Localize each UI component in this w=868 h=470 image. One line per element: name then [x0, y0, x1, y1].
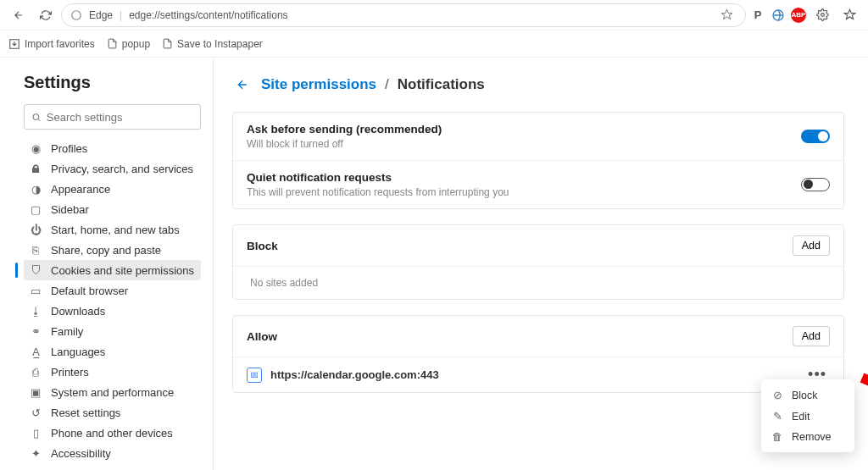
favorites-bar: Import favorites popup Save to Instapape… [0, 30, 868, 58]
extensions-menu-icon[interactable] [810, 3, 834, 27]
option-subtitle: Will block if turned off [247, 138, 801, 150]
extension-globe-icon[interactable] [770, 7, 787, 24]
import-icon [8, 38, 20, 50]
reset-icon: ↺ [29, 406, 42, 419]
allow-title: Allow [247, 330, 793, 343]
option-subtitle: This will prevent notification requests … [247, 186, 801, 198]
edge-icon [70, 9, 82, 21]
power-icon: ⏻ [29, 224, 42, 236]
svg-point-0 [72, 10, 81, 19]
nav-start[interactable]: ⏻Start, home, and new tabs [24, 219, 201, 240]
site-context-menu: ⊘Block ✎Edit 🗑︎Remove [761, 379, 854, 452]
svg-point-2 [821, 14, 824, 17]
page-icon [162, 38, 173, 49]
block-list-card: Block Add No sites added [232, 224, 844, 300]
nav-downloads[interactable]: ⭳Downloads [24, 301, 201, 321]
breadcrumb-current: Notifications [398, 76, 485, 93]
bookmark-instapaper[interactable]: Save to Instapaper [162, 38, 263, 50]
option-quiet-requests: Quiet notification requests This will pr… [233, 161, 843, 208]
favorite-star-icon[interactable] [721, 8, 733, 21]
nav-languages[interactable]: A̲Languages [24, 341, 201, 362]
option-title: Ask before sending (recommended) [247, 123, 801, 135]
nav-appearance[interactable]: ◑Appearance [24, 179, 201, 199]
quiet-toggle[interactable] [801, 178, 830, 191]
address-separator: | [120, 9, 122, 21]
phone-icon: ▯ [29, 427, 42, 440]
annotation-arrow [858, 371, 868, 447]
block-header: Block Add [233, 225, 843, 267]
appearance-icon: ◑ [29, 183, 42, 196]
nav-printers[interactable]: ⎙Printers [24, 362, 201, 382]
language-icon: A̲ [29, 346, 42, 358]
download-icon: ⭳ [29, 305, 42, 318]
lock-icon: 🔒︎ [29, 163, 42, 175]
nav-reset[interactable]: ↺Reset settings [24, 402, 201, 423]
address-url: edge://settings/content/notifications [129, 9, 287, 21]
back-button[interactable] [7, 3, 31, 27]
printer-icon: ⎙ [29, 366, 42, 379]
allow-list-card: Allow Add 📅︎ https://calendar.google.com… [232, 315, 844, 393]
allow-site-row: 📅︎ https://calendar.google.com:443 ••• [233, 357, 843, 392]
breadcrumb-separator: / [385, 76, 389, 93]
nav-about[interactable]: ◔About Microsoft Edge [24, 463, 201, 470]
nav-accessibility[interactable]: ✦Accessibility [24, 443, 201, 463]
cookie-icon: ⛉ [29, 264, 42, 277]
search-input[interactable] [47, 111, 193, 124]
nav-profiles[interactable]: ◉Profiles [24, 138, 201, 158]
breadcrumb-parent-link[interactable]: Site permissions [261, 76, 376, 93]
nav-share[interactable]: ⎘Share, copy and paste [24, 240, 201, 260]
import-favorites[interactable]: Import favorites [8, 38, 95, 50]
address-source: Edge [89, 9, 113, 21]
trash-icon: 🗑︎ [771, 431, 783, 443]
nav-family[interactable]: ⚭Family [24, 321, 201, 341]
search-icon [31, 112, 42, 123]
search-settings[interactable] [24, 104, 201, 130]
block-icon: ⊘ [771, 389, 783, 401]
ctx-block[interactable]: ⊘Block [761, 384, 854, 406]
breadcrumb: Site permissions / Notifications [232, 75, 844, 95]
nav-cookies[interactable]: ⛉Cookies and site permissions [24, 260, 201, 280]
accessibility-icon: ✦ [29, 447, 42, 460]
block-empty-text: No sites added [247, 277, 318, 289]
browser-icon: ▭ [29, 285, 42, 297]
bookmark-popup[interactable]: popup [107, 38, 150, 50]
settings-content: Site permissions / Notifications Ask bef… [214, 58, 868, 470]
nav-privacy[interactable]: 🔒︎Privacy, search, and services [24, 158, 201, 179]
browser-toolbar: Edge | edge://settings/content/notificat… [0, 0, 868, 30]
option-ask-before-sending: Ask before sending (recommended) Will bl… [233, 113, 843, 161]
nav-system[interactable]: ▣System and performance [24, 382, 201, 402]
nav-default-browser[interactable]: ▭Default browser [24, 280, 201, 301]
system-icon: ▣ [29, 386, 42, 399]
allow-add-button[interactable]: Add [793, 326, 830, 346]
svg-point-3 [33, 113, 39, 119]
block-title: Block [247, 240, 793, 252]
ctx-edit[interactable]: ✎Edit [761, 406, 854, 427]
refresh-button[interactable] [34, 3, 58, 27]
profile-icon: ◉ [29, 142, 42, 155]
family-icon: ⚭ [29, 325, 42, 338]
option-title: Quiet notification requests [247, 171, 801, 184]
ask-toggle[interactable] [801, 130, 830, 143]
nav-sidebar[interactable]: ▢Sidebar [24, 199, 201, 219]
collections-icon[interactable] [837, 3, 861, 27]
share-icon: ⎘ [29, 244, 42, 257]
address-bar[interactable]: Edge | edge://settings/content/notificat… [61, 3, 746, 27]
page-icon [107, 38, 118, 49]
notification-options-card: Ask before sending (recommended) Will bl… [232, 112, 844, 209]
settings-nav: ◉Profiles 🔒︎Privacy, search, and service… [24, 138, 201, 470]
extension-abp-icon[interactable]: ABP [790, 7, 807, 24]
edge-logo-icon: ◔ [29, 467, 42, 471]
site-favicon-icon: 📅︎ [247, 368, 262, 383]
sidebar-icon: ▢ [29, 203, 42, 216]
allow-header: Allow Add [233, 316, 843, 357]
site-url: https://calendar.google.com:443 [270, 368, 796, 381]
breadcrumb-back-button[interactable] [232, 75, 253, 95]
edit-icon: ✎ [771, 410, 783, 423]
nav-phone[interactable]: ▯Phone and other devices [24, 423, 201, 443]
settings-sidebar: Settings ◉Profiles 🔒︎Privacy, search, an… [0, 58, 214, 470]
extension-p-icon[interactable]: P [749, 7, 766, 24]
ctx-remove[interactable]: 🗑︎Remove [761, 427, 854, 447]
page-title: Settings [24, 73, 201, 92]
block-empty-row: No sites added [233, 267, 843, 299]
block-add-button[interactable]: Add [793, 235, 830, 256]
